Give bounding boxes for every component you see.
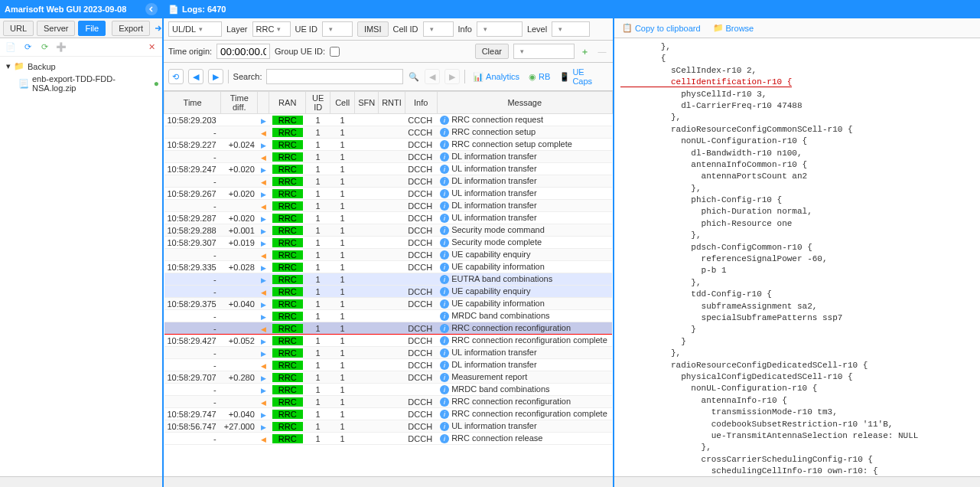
col-header[interactable] — [258, 92, 269, 114]
table-row[interactable]: -◀RRC11DCCHi UE capability enquiry — [164, 249, 613, 261]
table-row[interactable]: -▶RRC11i MRDC band combinations — [164, 384, 613, 396]
time-origin-input[interactable] — [217, 44, 270, 59]
refresh-green-icon[interactable]: ⟳ — [38, 41, 50, 54]
group-ue-checkbox[interactable] — [330, 47, 340, 57]
close-icon[interactable]: ✕ — [145, 41, 158, 54]
col-header[interactable]: Message — [437, 92, 612, 114]
tab-server[interactable]: Server — [37, 21, 75, 36]
col-header[interactable]: Time diff. — [221, 92, 258, 114]
tab-file[interactable]: File — [78, 21, 106, 36]
table-row[interactable]: 10:58:29.267+0.020▶RRC11DCCHi UL informa… — [164, 188, 613, 200]
rrc-chip: RRC — [272, 373, 303, 382]
tree-file-log[interactable]: 📃 enb-export-TDD-FDD-NSA.log.zip ● — [3, 73, 159, 94]
col-header[interactable]: Cell — [330, 92, 355, 114]
filter-uldl[interactable]: UL/DL▾ — [168, 21, 222, 37]
info-icon: i — [440, 214, 449, 223]
export-button[interactable]: Export — [112, 21, 150, 36]
tree-folder-backup[interactable]: ▾ 📁 Backup — [3, 60, 159, 73]
arrow-right-icon: ▶ — [261, 338, 266, 345]
rrc-chip: RRC — [272, 226, 303, 235]
rrc-chip: RRC — [272, 263, 303, 272]
rrc-chip: RRC — [272, 275, 303, 284]
table-row[interactable]: 10:58:29.247+0.020▶RRC11DCCHi UL informa… — [164, 163, 613, 175]
table-row[interactable]: -◀RRC11DCCHi RRC connection reconfigurat… — [164, 322, 613, 335]
rrc-chip: RRC — [272, 177, 303, 186]
rrc-chip: RRC — [272, 152, 303, 162]
binoculars-icon[interactable]: 🔍 — [408, 70, 420, 83]
rb-button[interactable]: ◉RB — [526, 66, 553, 87]
table-row[interactable]: -▶RRC11DCCHi UL information transfer — [164, 347, 613, 359]
add-green-icon[interactable]: ＋ — [579, 45, 591, 57]
col-header[interactable]: RAN — [269, 92, 306, 114]
filter-imsi[interactable]: IMSI — [357, 21, 389, 37]
table-row[interactable]: -◀RRC11DCCHi UE capability enquiry — [164, 286, 613, 298]
collapse-left-icon[interactable] — [145, 3, 158, 15]
col-header[interactable]: UE ID — [306, 92, 330, 114]
filter-info[interactable]: ▾ — [477, 21, 523, 37]
info-icon: i — [440, 275, 449, 284]
right-scrollbar[interactable] — [614, 476, 980, 487]
left-scrollbar[interactable] — [0, 476, 162, 487]
folder-icon: 📁 — [14, 61, 24, 71]
uecaps-button[interactable]: 📱UE Caps — [556, 66, 608, 87]
copy-clipboard-button[interactable]: 📋Copy to clipboard — [619, 21, 704, 34]
search-prev-icon[interactable]: ◀ — [425, 69, 440, 84]
arrow-left-icon: ◀ — [261, 154, 266, 162]
analytics-button[interactable]: 📊Analytics — [470, 66, 523, 87]
table-row[interactable]: -▶RRC11i EUTRA band combinations — [164, 273, 613, 286]
info-icon: i — [440, 385, 449, 394]
minus-icon: ▾ — [6, 61, 11, 71]
app-title: Amarisoft Web GUI 2023-09-08 — [5, 5, 126, 14]
col-header[interactable]: Info — [405, 92, 437, 114]
filter-cellid[interactable]: ▾ — [423, 21, 454, 37]
remove-icon[interactable]: — — [596, 45, 608, 57]
nav-next-icon[interactable]: ▶ — [208, 69, 223, 84]
filter-ueid[interactable]: ▾ — [322, 21, 353, 37]
clear-button[interactable]: Clear — [475, 44, 509, 59]
table-row[interactable]: 10:58:29.375+0.040▶RRC11DCCHi UE capabil… — [164, 298, 613, 310]
table-row[interactable]: 10:58:29.335+0.028▶RRC11DCCHi UE capabil… — [164, 261, 613, 273]
add-icon[interactable]: ➕ — [55, 41, 67, 54]
table-row[interactable]: 10:58:56.747+27.000▶RRC11DCCHi UL inform… — [164, 420, 613, 433]
info-icon: i — [440, 238, 449, 247]
table-row[interactable]: 10:58:29.707+0.280▶RRC11DCCHi Measuremen… — [164, 371, 613, 384]
search-input[interactable] — [266, 69, 403, 84]
clear-combo[interactable]: ▾ — [513, 44, 575, 59]
filter-layer[interactable]: RRC▾ — [252, 21, 291, 37]
browse-button[interactable]: 📁Browse — [710, 21, 757, 34]
table-row[interactable]: -◀RRC11DCCHi RRC connection release — [164, 433, 613, 445]
col-header[interactable]: SFN — [355, 92, 379, 114]
table-row[interactable]: 10:58:29.287+0.020▶RRC11DCCHi UL informa… — [164, 212, 613, 224]
search-next-icon[interactable]: ▶ — [444, 69, 460, 84]
nav-prev-icon[interactable]: ◀ — [188, 69, 203, 84]
table-row[interactable]: 10:58:29.203▶RRC11CCCHi RRC connection r… — [164, 114, 613, 126]
table-row[interactable]: -◀RRC11DCCHi DL information transfer — [164, 200, 613, 212]
nav-home-icon[interactable]: ⟲ — [168, 69, 184, 84]
table-row[interactable]: -◀RRC11DCCHi DL information transfer — [164, 151, 613, 163]
table-row[interactable]: -▶RRC11i MRDC band combinations — [164, 310, 613, 322]
file-icon-1[interactable]: 📄 — [5, 41, 17, 54]
table-row[interactable]: 10:58:29.747+0.040▶RRC11DCCHi RRC connec… — [164, 408, 613, 420]
cellid-label: Cell ID — [393, 25, 418, 34]
table-row[interactable]: -◀RRC11DCCHi RRC connection reconfigurat… — [164, 396, 613, 408]
arrow-right-icon: ▶ — [261, 411, 266, 419]
center-scrollbar[interactable] — [164, 476, 613, 487]
tab-url[interactable]: URL — [3, 21, 34, 36]
table-row[interactable]: 10:58:29.427+0.052▶RRC11DCCHi RRC connec… — [164, 335, 613, 347]
refresh-icon[interactable]: ⟳ — [21, 41, 34, 54]
col-header[interactable]: Time — [164, 92, 221, 114]
arrow-right-icon: ▶ — [261, 350, 266, 358]
table-row[interactable]: -◀RRC11DCCHi DL information transfer — [164, 175, 613, 188]
table-row[interactable]: 10:58:29.288+0.001▶RRC11DCCHi Security m… — [164, 224, 613, 237]
code-view[interactable]: }, { sCellIndex-r10 2, cellIdentificatio… — [614, 38, 980, 476]
col-header[interactable]: RNTI — [379, 92, 405, 114]
filter-level[interactable]: ▾ — [552, 21, 590, 37]
time-origin-label: Time origin: — [168, 47, 212, 56]
rb-icon: ◉ — [529, 72, 536, 82]
table-row[interactable]: -◀RRC11DCCHi DL information transfer — [164, 359, 613, 371]
table-row[interactable]: 10:58:29.307+0.019▶RRC11DCCHi Security m… — [164, 237, 613, 249]
table-row[interactable]: 10:58:29.227+0.024▶RRC11DCCHi RRC connec… — [164, 139, 613, 151]
layer-label: Layer — [226, 25, 248, 34]
export-arrow-icon[interactable] — [153, 22, 164, 34]
table-row[interactable]: -◀RRC11CCCHi RRC connection setup — [164, 126, 613, 139]
